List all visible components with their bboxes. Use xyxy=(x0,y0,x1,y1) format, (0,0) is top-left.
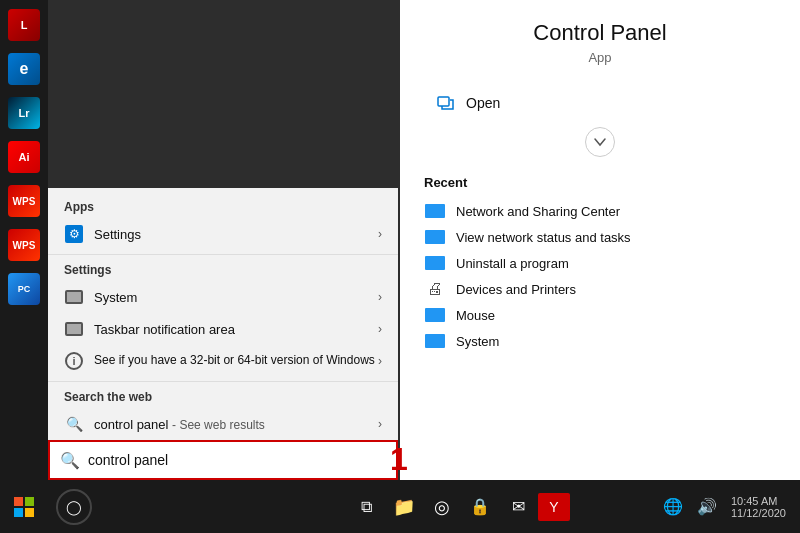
see-web-results-label: - See web results xyxy=(172,418,265,432)
wps2-icon: WPS xyxy=(8,229,40,261)
devices-printers-label: Devices and Printers xyxy=(456,282,576,297)
settings-icon: ⚙ xyxy=(64,224,84,244)
taskbar-icon xyxy=(64,319,84,339)
search-bar-icon: 🔍 xyxy=(60,451,80,470)
system-icon xyxy=(64,287,84,307)
bit-arrow: › xyxy=(378,354,382,368)
info-icon: i xyxy=(64,351,84,371)
chevron-down-icon xyxy=(585,127,615,157)
sidebar-item-lr[interactable]: Lr xyxy=(3,92,45,134)
system-recent-label: System xyxy=(456,334,499,349)
mouse-icon xyxy=(424,307,446,323)
file-explorer-button[interactable]: 📁 xyxy=(386,489,422,525)
search-web-label: Search the web xyxy=(48,386,398,408)
recent-item-mouse[interactable]: Mouse xyxy=(424,302,776,328)
menu-item-bit-version[interactable]: i See if you have a 32-bit or 64-bit ver… xyxy=(48,345,398,377)
recent-label: Recent xyxy=(424,175,776,190)
recent-item-devices-printers[interactable]: 🖨 Devices and Printers xyxy=(424,276,776,302)
chrome-button[interactable]: ◎ xyxy=(424,489,460,525)
start-menu: Apps ⚙ Settings › Settings System › xyxy=(48,188,398,440)
settings-label: Settings xyxy=(94,227,378,242)
system-arrow: › xyxy=(378,290,382,304)
taskbar-icons: ⧉ 📁 ◎ 🔒 ✉ Y xyxy=(348,489,570,525)
open-icon xyxy=(436,93,456,113)
lock-button[interactable]: 🔒 xyxy=(462,489,498,525)
menu-item-taskbar[interactable]: Taskbar notification area › xyxy=(48,313,398,345)
yz-button[interactable]: Y xyxy=(538,493,570,521)
menu-item-search-web[interactable]: 🔍 control panel - See web results › xyxy=(48,408,398,440)
apps-section-label: Apps xyxy=(48,196,398,218)
taskbar: ◯ ⧉ 📁 ◎ 🔒 ✉ Y 🌐 🔊 10:45 AM 11/12/2020 xyxy=(0,480,800,533)
taskview-button[interactable]: ⧉ xyxy=(348,489,384,525)
divider-1 xyxy=(48,254,398,255)
edge-icon: e xyxy=(8,53,40,85)
windows-icon xyxy=(14,497,34,517)
control-panel-subtitle: App xyxy=(424,50,776,65)
mouse-label: Mouse xyxy=(456,308,495,323)
bit-version-label: See if you have a 32-bit or 64-bit versi… xyxy=(94,353,378,369)
control-panel-title: Control Panel xyxy=(424,20,776,46)
menu-item-settings[interactable]: ⚙ Settings › xyxy=(48,218,398,250)
open-button[interactable]: Open xyxy=(424,85,776,121)
menu-item-system[interactable]: System › xyxy=(48,281,398,313)
taskbar-label: Taskbar notification area xyxy=(94,322,378,337)
uninstall-label: Uninstall a program xyxy=(456,256,569,271)
view-network-label: View network status and tasks xyxy=(456,230,631,245)
sidebar-item-lenovo[interactable]: L xyxy=(3,4,45,46)
tray-volume-icon[interactable]: 🔊 xyxy=(691,491,723,523)
devices-printers-icon: 🖨 xyxy=(424,281,446,297)
sidebar-item-edge[interactable]: e xyxy=(3,48,45,90)
search-web-icon: 🔍 xyxy=(64,414,84,434)
lightroom-icon: Lr xyxy=(8,97,40,129)
recent-item-view-network[interactable]: View network status and tasks xyxy=(424,224,776,250)
system-recent-icon xyxy=(424,333,446,349)
mail-button[interactable]: ✉ xyxy=(500,489,536,525)
open-label: Open xyxy=(466,95,500,111)
cortana-button[interactable]: ◯ xyxy=(56,489,92,525)
wps-icon: WPS xyxy=(8,185,40,217)
right-panel: Control Panel App Open Recent Network an… xyxy=(400,0,800,480)
system-label: System xyxy=(94,290,378,305)
thispc-icon: PC xyxy=(8,273,40,305)
start-button[interactable] xyxy=(0,480,48,533)
divider-2 xyxy=(48,381,398,382)
network-sharing-icon xyxy=(424,203,446,219)
settings-section-label: Settings xyxy=(48,259,398,281)
search-query-label: control panel - See web results xyxy=(94,417,378,432)
settings-arrow: › xyxy=(378,227,382,241)
left-sidebar: L e Lr Ai WPS WPS PC xyxy=(0,0,48,480)
recent-item-network-sharing[interactable]: Network and Sharing Center xyxy=(424,198,776,224)
system-tray: 🌐 🔊 10:45 AM 11/12/2020 xyxy=(657,491,800,523)
svg-rect-0 xyxy=(438,97,449,106)
chevron-down-button[interactable] xyxy=(424,121,776,163)
sidebar-item-wps2[interactable]: WPS xyxy=(3,224,45,266)
search-input[interactable] xyxy=(88,452,386,468)
network-sharing-label: Network and Sharing Center xyxy=(456,204,620,219)
sidebar-item-wps[interactable]: WPS xyxy=(3,180,45,222)
view-network-icon xyxy=(424,229,446,245)
sidebar-item-thispc[interactable]: PC xyxy=(3,268,45,310)
tray-network-icon[interactable]: 🌐 xyxy=(657,491,689,523)
sidebar-item-adobe[interactable]: Ai xyxy=(3,136,45,178)
taskbar-search-bar[interactable]: 🔍 xyxy=(48,440,398,480)
desktop: L e Lr Ai WPS WPS PC Apps ⚙ xyxy=(0,0,800,533)
query-text: control panel xyxy=(94,417,168,432)
recent-item-uninstall[interactable]: Uninstall a program xyxy=(424,250,776,276)
search-arrow: › xyxy=(378,417,382,431)
recent-item-system[interactable]: System xyxy=(424,328,776,354)
lenovo-icon: L xyxy=(8,9,40,41)
uninstall-icon xyxy=(424,255,446,271)
taskbar-arrow: › xyxy=(378,322,382,336)
clock[interactable]: 10:45 AM 11/12/2020 xyxy=(725,495,792,519)
adobe-icon: Ai xyxy=(8,141,40,173)
annotation-number-1: 1 xyxy=(390,443,408,475)
